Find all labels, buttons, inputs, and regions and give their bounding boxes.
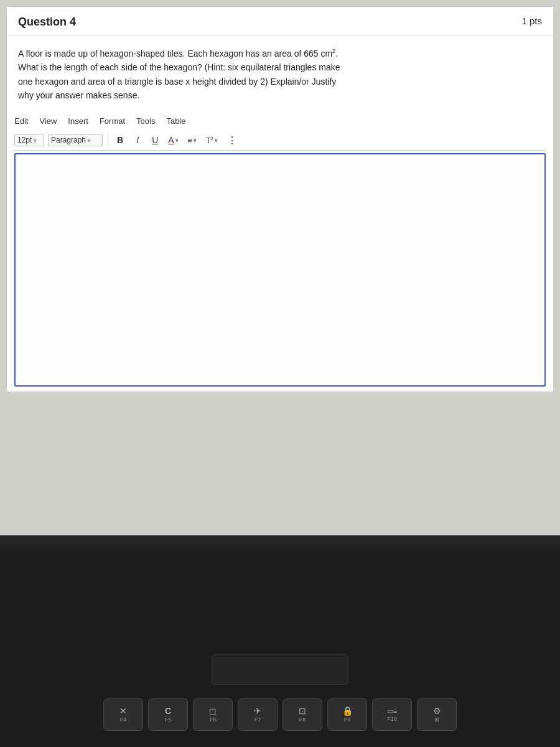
trackpad[interactable] xyxy=(212,654,348,685)
font-size-dropdown[interactable]: 12pt ∨ xyxy=(14,134,44,146)
key-settings[interactable]: ⚙ ⊞ xyxy=(417,698,457,731)
font-color-chevron-icon: ∨ xyxy=(175,137,179,143)
settings-icon: ⚙ xyxy=(433,707,441,715)
italic-label: I xyxy=(136,135,139,145)
answer-text-editor[interactable] xyxy=(14,153,546,387)
superscript-label: T2 xyxy=(206,136,213,145)
font-size-label: 12pt xyxy=(17,136,32,144)
f7-icon: ✈ xyxy=(254,707,261,715)
more-options-icon: ⋮ xyxy=(227,135,237,146)
key-f6[interactable]: ◻ F6 xyxy=(193,698,233,731)
bold-button[interactable]: B xyxy=(113,133,127,147)
menu-view[interactable]: View xyxy=(39,116,57,126)
f5-icon: C xyxy=(165,707,171,715)
more-options-button[interactable]: ⋮ xyxy=(225,133,240,148)
key-f7[interactable]: ✈ F7 xyxy=(238,698,278,731)
toolbar-separator-1 xyxy=(108,134,108,146)
f8-icon: ⊡ xyxy=(299,707,306,715)
editor-container: Edit View Insert Format Tools Table 12pt… xyxy=(7,109,553,392)
menu-format[interactable]: Format xyxy=(100,116,125,126)
key-f8[interactable]: ⊡ F8 xyxy=(282,698,322,731)
key-x[interactable]: ✕ F4 xyxy=(103,698,143,731)
bold-label: B xyxy=(117,135,123,145)
laptop-bezel xyxy=(0,535,560,554)
underline-button[interactable]: U xyxy=(148,133,162,147)
keyboard-area: ✕ F4 C F5 ◻ F6 ✈ F7 ⊡ F8 🔒 F9 ▭ xyxy=(0,554,560,747)
menu-bar: Edit View Insert Format Tools Table xyxy=(14,114,546,128)
key-settings-label: ⊞ xyxy=(434,716,439,723)
key-f5[interactable]: C F5 xyxy=(148,698,188,731)
content-card: Question 4 1 pts A floor is made up of h… xyxy=(6,6,554,392)
line-spacing-chevron-icon: ∨ xyxy=(193,137,197,143)
font-size-chevron-icon: ∨ xyxy=(33,137,37,143)
f9-icon: 🔒 xyxy=(342,707,353,715)
screen-area: Question 4 1 pts A floor is made up of h… xyxy=(0,0,560,535)
line-spacing-icon: ≡ xyxy=(188,136,193,145)
key-f4-label: F4 xyxy=(120,716,127,723)
menu-edit[interactable]: Edit xyxy=(14,116,28,126)
key-f5-label: F5 xyxy=(165,716,172,723)
key-f7-label: F7 xyxy=(254,716,261,723)
menu-tools[interactable]: Tools xyxy=(136,116,155,126)
key-f10-label: F10 xyxy=(387,716,397,722)
paragraph-style-dropdown[interactable]: Paragraph ∨ xyxy=(48,134,103,146)
question-text: A floor is made up of hexagon-shaped til… xyxy=(18,47,542,103)
question-title: Question 4 xyxy=(18,16,76,29)
question-header: Question 4 1 pts xyxy=(7,7,553,35)
paragraph-style-label: Paragraph xyxy=(51,136,86,144)
underline-label: U xyxy=(152,135,158,145)
key-f8-label: F8 xyxy=(299,716,306,723)
f6-icon: ◻ xyxy=(209,707,217,715)
key-f6-label: F6 xyxy=(210,716,217,723)
x-key-icon: ✕ xyxy=(119,707,127,715)
superscript-dropdown[interactable]: T2 ∨ xyxy=(203,133,221,147)
superscript-chevron-icon: ∨ xyxy=(214,137,218,143)
menu-insert[interactable]: Insert xyxy=(68,116,88,126)
function-key-row: ✕ F4 C F5 ◻ F6 ✈ F7 ⊡ F8 🔒 F9 ▭ xyxy=(103,695,457,735)
question-body: A floor is made up of hexagon-shaped til… xyxy=(7,35,553,109)
editor-toolbar: 12pt ∨ Paragraph ∨ B I xyxy=(14,131,546,151)
menu-table[interactable]: Table xyxy=(166,116,185,126)
font-color-dropdown[interactable]: A ∨ xyxy=(166,133,181,147)
font-color-label: A xyxy=(168,135,174,145)
f10-icon: ▭≡ xyxy=(387,708,397,715)
key-f9-label: F9 xyxy=(344,716,351,723)
key-f10[interactable]: ▭≡ F10 xyxy=(372,698,412,731)
line-spacing-dropdown[interactable]: ≡ ∨ xyxy=(185,133,200,147)
key-f9[interactable]: 🔒 F9 xyxy=(327,698,367,731)
paragraph-style-chevron-icon: ∨ xyxy=(87,137,91,143)
italic-button[interactable]: I xyxy=(131,133,144,147)
points-badge: 1 pts xyxy=(521,16,542,26)
